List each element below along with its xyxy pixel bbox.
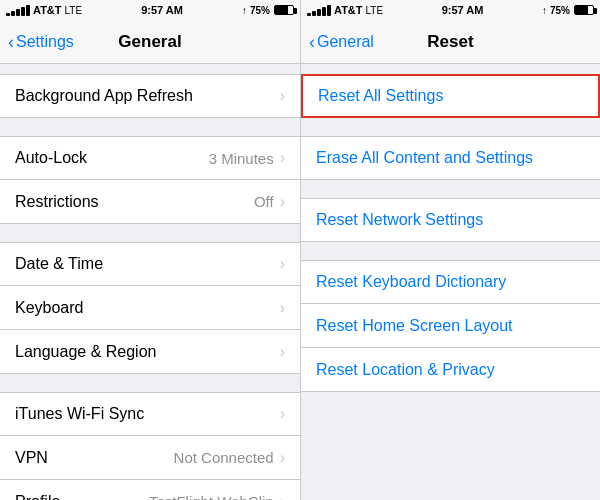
nav-title-left: General	[118, 32, 181, 52]
label-reset-keyboard-dictionary: Reset Keyboard Dictionary	[316, 273, 506, 291]
cell-reset-keyboard-dictionary[interactable]: Reset Keyboard Dictionary	[301, 260, 600, 304]
chevron-itunes-wifi-sync: ›	[280, 405, 285, 423]
label-reset-network-settings: Reset Network Settings	[316, 211, 483, 229]
settings-group-2: Auto-Lock 3 Minutes › Restrictions Off ›	[0, 136, 300, 224]
cell-label-vpn: VPN	[15, 449, 174, 467]
reset-group-3: Reset Network Settings	[301, 198, 600, 242]
cell-erase-all-content[interactable]: Erase All Content and Settings	[301, 136, 600, 180]
battery-icon-right	[574, 5, 594, 15]
chevron-auto-lock: ›	[280, 149, 285, 167]
reset-group-2: Erase All Content and Settings	[301, 136, 600, 180]
nav-title-right: Reset	[427, 32, 473, 52]
cell-background-app-refresh[interactable]: Background App Refresh ›	[0, 74, 300, 118]
cell-restrictions[interactable]: Restrictions Off ›	[0, 180, 300, 224]
signal-dots	[6, 5, 30, 16]
chevron-date-time: ›	[280, 255, 285, 273]
chevron-vpn: ›	[280, 449, 285, 467]
chevron-keyboard: ›	[280, 299, 285, 317]
cell-label-language-region: Language & Region	[15, 343, 280, 361]
reset-group-1: Reset All Settings	[301, 74, 600, 118]
cell-label-itunes-wifi-sync: iTunes Wi-Fi Sync	[15, 405, 280, 423]
settings-group-1: Background App Refresh ›	[0, 74, 300, 118]
cell-label-keyboard: Keyboard	[15, 299, 280, 317]
chevron-restrictions: ›	[280, 193, 285, 211]
cell-language-region[interactable]: Language & Region ›	[0, 330, 300, 374]
nav-bar-right: ‹ General Reset	[301, 20, 600, 64]
back-button-left[interactable]: ‹ Settings	[8, 33, 74, 51]
cell-reset-all-settings[interactable]: Reset All Settings	[301, 74, 600, 118]
network-type-right: LTE	[366, 5, 384, 16]
gps-icon-right: ↑	[542, 5, 547, 16]
back-label-left: Settings	[16, 33, 74, 51]
cell-label-restrictions: Restrictions	[15, 193, 254, 211]
chevron-language-region: ›	[280, 343, 285, 361]
cell-label-profile: Profile	[15, 493, 149, 501]
label-reset-location-privacy: Reset Location & Privacy	[316, 361, 495, 379]
content-left: Background App Refresh › Auto-Lock 3 Min…	[0, 64, 300, 500]
cell-label-background-app-refresh: Background App Refresh	[15, 87, 280, 105]
cell-reset-home-screen-layout[interactable]: Reset Home Screen Layout	[301, 304, 600, 348]
cell-profile[interactable]: Profile TestFlight WebClip ›	[0, 480, 300, 500]
time-right: 9:57 AM	[442, 4, 484, 16]
cell-auto-lock[interactable]: Auto-Lock 3 Minutes ›	[0, 136, 300, 180]
status-left-right: AT&T LTE	[307, 4, 383, 16]
nav-bar-left: ‹ Settings General	[0, 20, 300, 64]
label-reset-all-settings: Reset All Settings	[318, 87, 443, 105]
cell-vpn[interactable]: VPN Not Connected ›	[0, 436, 300, 480]
chevron-background-app-refresh: ›	[280, 87, 285, 105]
cell-reset-network-settings[interactable]: Reset Network Settings	[301, 198, 600, 242]
carrier-left: AT&T	[33, 4, 62, 16]
status-left: AT&T LTE	[6, 4, 82, 16]
cell-label-date-time: Date & Time	[15, 255, 280, 273]
cell-reset-location-privacy[interactable]: Reset Location & Privacy	[301, 348, 600, 392]
status-right-right: ↑ 75%	[542, 5, 594, 16]
chevron-profile: ›	[280, 493, 285, 501]
cell-value-profile: TestFlight WebClip	[149, 493, 274, 500]
network-type-left: LTE	[65, 5, 83, 16]
status-bar-right: AT&T LTE 9:57 AM ↑ 75%	[301, 0, 600, 20]
carrier-right: AT&T	[334, 4, 363, 16]
left-screen: AT&T LTE 9:57 AM ↑ 75% ‹ Settings Genera…	[0, 0, 300, 500]
cell-label-auto-lock: Auto-Lock	[15, 149, 209, 167]
back-button-right[interactable]: ‹ General	[309, 33, 374, 51]
back-label-right: General	[317, 33, 374, 51]
cell-date-time[interactable]: Date & Time ›	[0, 242, 300, 286]
battery-icon-left	[274, 5, 294, 15]
settings-group-4: iTunes Wi-Fi Sync › VPN Not Connected › …	[0, 392, 300, 500]
status-bar-left: AT&T LTE 9:57 AM ↑ 75%	[0, 0, 300, 20]
reset-group-4: Reset Keyboard Dictionary Reset Home Scr…	[301, 260, 600, 392]
gps-icon-left: ↑	[242, 5, 247, 16]
right-screen: AT&T LTE 9:57 AM ↑ 75% ‹ General Reset R…	[300, 0, 600, 500]
back-chevron-right: ‹	[309, 33, 315, 51]
content-right: Reset All Settings Erase All Content and…	[301, 64, 600, 500]
cell-value-restrictions: Off	[254, 193, 274, 210]
cell-value-vpn: Not Connected	[174, 449, 274, 466]
label-erase-all-content: Erase All Content and Settings	[316, 149, 533, 167]
status-right-left: ↑ 75%	[242, 5, 294, 16]
battery-left: 75%	[250, 5, 270, 16]
signal-dots-right	[307, 5, 331, 16]
battery-right: 75%	[550, 5, 570, 16]
cell-value-auto-lock: 3 Minutes	[209, 150, 274, 167]
settings-group-3: Date & Time › Keyboard › Language & Regi…	[0, 242, 300, 374]
cell-keyboard[interactable]: Keyboard ›	[0, 286, 300, 330]
label-reset-home-screen-layout: Reset Home Screen Layout	[316, 317, 513, 335]
back-chevron-left: ‹	[8, 33, 14, 51]
cell-itunes-wifi-sync[interactable]: iTunes Wi-Fi Sync ›	[0, 392, 300, 436]
time-left: 9:57 AM	[141, 4, 183, 16]
